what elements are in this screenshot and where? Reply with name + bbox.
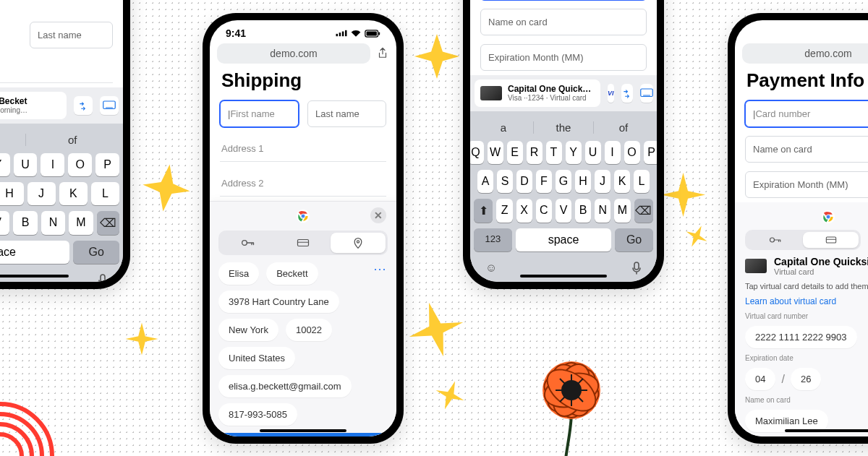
key-m[interactable]: M bbox=[614, 199, 630, 223]
mic-icon[interactable] bbox=[631, 262, 642, 275]
autofill-form-button[interactable]: Autofill Form bbox=[218, 433, 388, 436]
key-e[interactable]: E bbox=[507, 141, 523, 164]
key-h[interactable]: H bbox=[0, 182, 24, 205]
card-number-field[interactable]: |Card number bbox=[745, 100, 868, 127]
expiration-field[interactable]: Expiration Month (MM) bbox=[745, 171, 868, 198]
url-field[interactable]: demo.com bbox=[742, 43, 868, 64]
key-l[interactable]: L bbox=[634, 170, 650, 193]
expand-arrow-icon[interactable] bbox=[621, 84, 633, 103]
key-b[interactable]: B bbox=[575, 199, 591, 223]
key-a[interactable]: A bbox=[477, 170, 493, 193]
key-p[interactable]: P bbox=[95, 153, 119, 176]
more-icon[interactable]: ⋯ bbox=[373, 261, 388, 277]
ios-keyboard[interactable]: a the of QWERTYUIOP ASDFGHJKL ⬆ ZXCVBNM … bbox=[470, 111, 657, 282]
go-key[interactable]: Go bbox=[73, 241, 119, 264]
autofill-chip[interactable]: New York bbox=[218, 319, 278, 341]
autofill-chip[interactable]: 10022 bbox=[286, 319, 332, 341]
key-k[interactable]: K bbox=[59, 182, 88, 205]
autofill-chip[interactable]: 817-993-5085 bbox=[218, 403, 297, 426]
address2-field[interactable]: Address 2 bbox=[220, 171, 386, 197]
autofill-chip[interactable]: Elisa bbox=[218, 262, 259, 285]
card-suggestion[interactable]: Capital One Quicksilver… Visa ··1234 · V… bbox=[475, 79, 600, 107]
svg-point-5 bbox=[545, 358, 597, 421]
backspace-key[interactable]: ⌫ bbox=[97, 211, 119, 235]
name-on-card-field[interactable]: Name on card bbox=[745, 136, 868, 163]
key-p[interactable]: P bbox=[644, 141, 658, 164]
shift-key[interactable]: ⬆ bbox=[474, 199, 493, 223]
learn-link[interactable]: Learn about virtual card bbox=[745, 296, 868, 306]
url-field[interactable]: demo.com bbox=[217, 43, 370, 64]
key-t[interactable]: T bbox=[546, 141, 562, 164]
key-u[interactable]: U bbox=[585, 141, 601, 164]
key-s[interactable]: S bbox=[497, 170, 513, 193]
key-d[interactable]: D bbox=[516, 170, 532, 193]
key-q[interactable]: Q bbox=[470, 141, 484, 164]
emoji-icon[interactable]: ☺ bbox=[485, 262, 497, 275]
key-y[interactable]: Y bbox=[566, 141, 582, 164]
space-key[interactable]: space bbox=[516, 228, 611, 251]
key-z[interactable]: Z bbox=[496, 199, 512, 223]
key-n[interactable]: N bbox=[595, 199, 610, 223]
numbers-key[interactable]: 123 bbox=[474, 228, 512, 251]
contact-suggestion[interactable]: Elisa Becket 3130 Morning… bbox=[0, 92, 67, 119]
svg-point-1 bbox=[556, 363, 587, 418]
key-o[interactable]: O bbox=[68, 153, 92, 176]
keyboard-icon[interactable] bbox=[640, 84, 653, 103]
last-name-field[interactable]: Last name bbox=[307, 100, 386, 127]
key-w[interactable]: W bbox=[488, 141, 503, 164]
virtual-card-number-chip[interactable]: 2222 1111 2222 9903 bbox=[745, 326, 857, 348]
svg-point-30 bbox=[242, 241, 247, 246]
key-u[interactable]: U bbox=[14, 153, 38, 176]
space-key[interactable]: space bbox=[0, 241, 69, 264]
phone-shipping-suggestion: Last name . y Lane,… Elisa Becket 3130 M… bbox=[0, 0, 130, 289]
mic-icon[interactable] bbox=[98, 274, 108, 282]
go-key[interactable]: Go bbox=[615, 228, 653, 251]
key-g[interactable]: G bbox=[556, 170, 571, 193]
autofill-category-segment[interactable] bbox=[218, 231, 388, 255]
address1-field[interactable]: . bbox=[0, 57, 113, 83]
autofill-chip[interactable]: elisa.g.beckett@gmail.com bbox=[218, 375, 352, 397]
expand-arrow-icon[interactable] bbox=[74, 96, 93, 115]
key-k[interactable]: K bbox=[614, 170, 630, 193]
exp-year-chip[interactable]: 26 bbox=[791, 368, 821, 390]
address1-field[interactable]: Address 1 bbox=[220, 136, 386, 162]
segment-payments[interactable] bbox=[276, 233, 331, 253]
key-h[interactable]: H bbox=[575, 170, 591, 193]
key-v[interactable]: V bbox=[556, 199, 571, 223]
key-j[interactable]: J bbox=[27, 182, 56, 205]
autofill-category-segment[interactable] bbox=[745, 230, 861, 250]
svg-point-7 bbox=[540, 361, 603, 419]
key-l[interactable]: L bbox=[91, 182, 119, 205]
key-y[interactable]: Y bbox=[0, 153, 10, 176]
name-on-card-field[interactable]: Name on card bbox=[480, 9, 647, 35]
key-x[interactable]: X bbox=[516, 199, 532, 223]
key-r[interactable]: R bbox=[527, 141, 542, 164]
key-b[interactable]: B bbox=[13, 211, 38, 235]
key-i[interactable]: I bbox=[41, 153, 64, 176]
key-i[interactable]: I bbox=[605, 141, 621, 164]
backspace-key[interactable]: ⌫ bbox=[634, 199, 653, 223]
first-name-field[interactable]: |First name bbox=[220, 100, 299, 127]
exp-month-chip[interactable]: 04 bbox=[745, 368, 775, 390]
ios-keyboard[interactable]: the of RTYUIOP FGHJKL ⇧ CVBNM ⌫ space Go bbox=[0, 124, 123, 282]
key-n[interactable]: N bbox=[41, 211, 66, 235]
autofill-chip[interactable]: Beckett bbox=[266, 262, 318, 285]
status-bar: 9:41 bbox=[210, 20, 396, 39]
key-v[interactable]: V bbox=[0, 211, 9, 235]
autofill-chip[interactable]: 3978 Hart Country Lane bbox=[218, 291, 339, 313]
segment-payments[interactable] bbox=[803, 232, 859, 248]
segment-passwords[interactable] bbox=[221, 233, 276, 253]
close-button[interactable]: ✕ bbox=[370, 207, 386, 223]
expiration-field[interactable]: Expiration Month (MM) bbox=[480, 44, 647, 71]
key-o[interactable]: O bbox=[624, 141, 640, 164]
key-j[interactable]: J bbox=[595, 170, 610, 193]
last-name-field[interactable]: Last name bbox=[30, 22, 113, 48]
key-f[interactable]: F bbox=[536, 170, 552, 193]
share-icon[interactable] bbox=[376, 47, 389, 60]
segment-passwords[interactable] bbox=[747, 232, 803, 248]
key-c[interactable]: C bbox=[536, 199, 552, 223]
segment-addresses[interactable] bbox=[331, 233, 386, 253]
key-m[interactable]: M bbox=[69, 211, 93, 235]
keyboard-icon[interactable] bbox=[100, 96, 119, 115]
autofill-chip[interactable]: United States bbox=[218, 347, 295, 369]
